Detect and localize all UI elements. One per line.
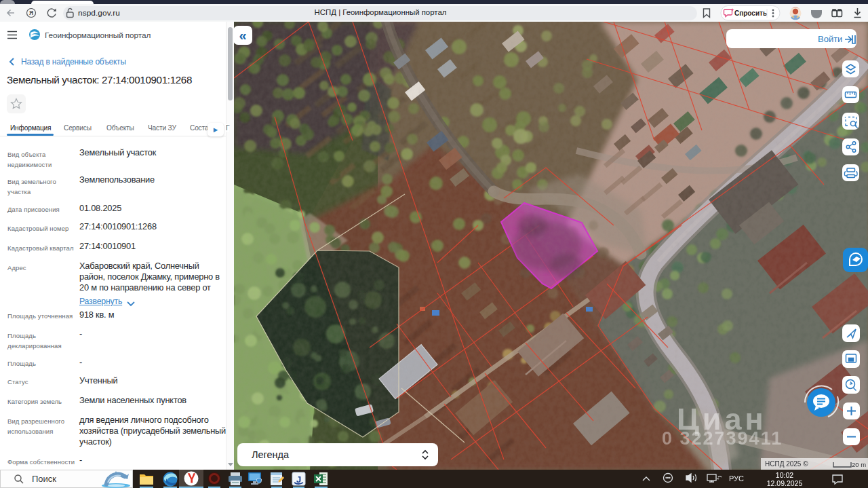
svg-text:Я: Я bbox=[29, 10, 33, 16]
svg-text:Спросить: Спросить bbox=[734, 10, 767, 17]
svg-text:РУС: РУС bbox=[729, 474, 744, 483]
svg-text:J: J bbox=[296, 474, 301, 485]
